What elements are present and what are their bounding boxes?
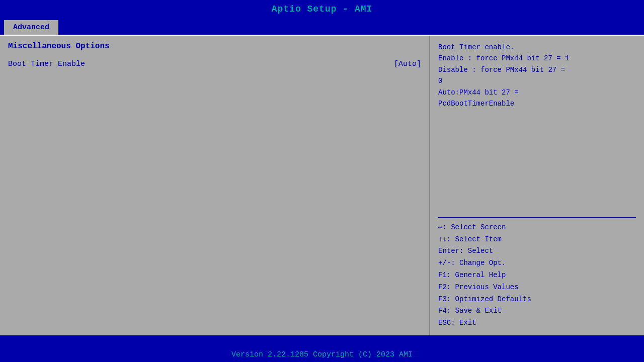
key-select-item: ↑↓: Select Item <box>438 234 636 246</box>
key-f4-save: F4: Save & Exit <box>438 305 636 317</box>
help-text: Boot Timer enable. Enable : force PMx44 … <box>438 42 636 213</box>
section-title: Miscellaneous Options <box>8 42 421 51</box>
help-line-2: Disable : force PMx44 bit 27 = <box>438 64 636 75</box>
help-line-0: Boot Timer enable. <box>438 42 636 53</box>
key-f1-help: F1: General Help <box>438 269 636 282</box>
setting-value-boot-timer: [Auto] <box>394 60 421 68</box>
help-line-1: Enable : force PMx44 bit 27 = 1 <box>438 53 636 64</box>
setting-label-boot-timer: Boot Timer Enable <box>8 60 386 68</box>
key-enter-select: Enter: Select <box>438 245 636 257</box>
header-title: Aptio Setup - AMI <box>272 4 373 14</box>
right-panel: Boot Timer enable. Enable : force PMx44 … <box>430 36 644 335</box>
tab-advanced[interactable]: Advanced <box>4 20 58 35</box>
key-f3-defaults: F3: Optimized Defaults <box>438 294 636 306</box>
footer-text: Version 2.22.1285 Copyright (C) 2023 AMI <box>231 350 413 359</box>
help-divider <box>438 217 636 218</box>
tab-bar: Advanced <box>0 18 644 35</box>
main-content: Miscellaneous Options Boot Timer Enable … <box>0 35 644 335</box>
help-line-5: PcdBootTimerEnable <box>438 98 636 109</box>
setting-boot-timer[interactable]: Boot Timer Enable [Auto] <box>8 59 421 69</box>
key-f2-previous: F2: Previous Values <box>438 282 636 294</box>
footer: Version 2.22.1285 Copyright (C) 2023 AMI <box>0 347 644 362</box>
key-esc-exit: ESC: Exit <box>438 317 636 329</box>
key-help: ↔: Select Screen ↑↓: Select Item Enter: … <box>438 222 636 329</box>
help-line-3: 0 <box>438 75 636 86</box>
aptio-header: Aptio Setup - AMI <box>0 0 644 18</box>
help-line-4: Auto:PMx44 bit 27 = <box>438 87 636 98</box>
left-panel: Miscellaneous Options Boot Timer Enable … <box>0 36 430 335</box>
key-select-screen: ↔: Select Screen <box>438 222 636 234</box>
key-change-opt: +/-: Change Opt. <box>438 257 636 269</box>
